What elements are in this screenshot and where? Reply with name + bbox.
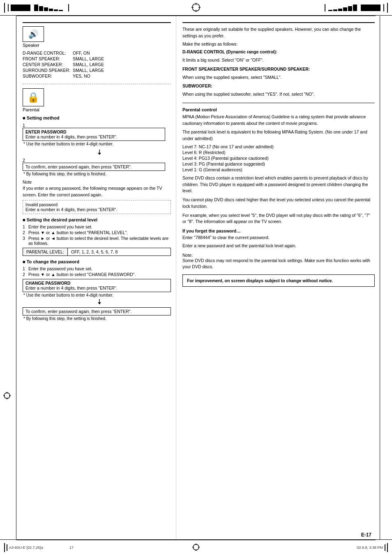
confirm-password-box: To confirm, enter password again, then p… [23,163,165,171]
forgot-password-text2: Enter a new password and set the parenta… [182,243,375,249]
speaker-label: Speaker [23,43,171,48]
desired-step-2: 2Press ▼ or ▲ button to select "PARENTAL… [23,230,171,235]
speaker-setting-name: FRONT SPEAKER: [23,56,73,62]
speaker-setting-values: SMALL, LARGE [73,62,106,67]
change-password-box-title: CHANGE PASSWORD [25,281,168,286]
mpaa-level-item: Level 3: PG (Parental guidance suggested… [182,161,375,167]
speaker-setting-row: FRONT SPEAKER:SMALL, LARGE [23,56,106,62]
speaker-settings: D-RANGE CONTROL:OFF, ONFRONT SPEAKER:SMA… [23,50,171,79]
footer-right: 02.8.8, 3:38 PM [357,543,388,552]
forgot-password-text1: Enter "788444" to clear the current pass… [182,235,375,241]
speaker-setting-row: SUBWOOFER:YES, NO [23,73,106,79]
left-margin [0,16,16,540]
right-divider [182,103,375,103]
speaker-intro-2: Make the settings as follows: [182,41,375,48]
enter-password-title: ENTER PASSWORD [25,129,162,134]
speaker-setting-name: SUBWOOFER: [23,73,73,79]
speaker-setting-name: SURROUND SPEAKER: [23,67,73,73]
arrow-down-1 [28,150,171,156]
confirm-change-box: To confirm, enter password again, then p… [23,307,171,315]
desired-step-3: 3Press ► or ◄ button to select the desir… [23,235,171,246]
parental-right-section: Parental control MPAA (Motion Picture As… [182,107,375,287]
parental-level-values: OFF, 1, 2, 3, 4, 5, 6, 7, 8 [68,248,121,256]
mpaa-level-item: Level 1: G (General audiences) [182,167,375,173]
confirm-change-text: To confirm, enter password again, then p… [25,309,131,314]
speaker-setting-row: SURROUND SPEAKER:SMALL, LARGE [23,67,106,73]
speaker-setting-row: D-RANGE CONTROL:OFF, ON [23,50,106,56]
front-speaker-title: FRONT SPEAKER/CENTER SPEAKER/SURROUND SP… [182,66,375,73]
svg-point-14 [193,544,199,550]
mpaa-list: Level 7: NC-17 (No one 17 and under admi… [182,144,375,173]
step-1-content: ENTER PASSWORD Enter a number in 4 digit… [23,128,165,146]
svg-marker-13 [98,302,101,304]
desired-level-title: Setting the desired parental level [23,217,171,222]
note-text: If you enter a wrong password, the follo… [23,185,171,198]
step-1-num: 1 [23,122,28,128]
desired-step-1: 1Enter the password you have set. [23,224,171,230]
speaker-icon: 🔊 [28,29,39,39]
note-text-bottom: Some DVD discs may not respond to the pa… [182,258,375,271]
parental-icon-box: 🔒 [23,88,44,106]
improvement-text: For improvement, on screen displays subj… [187,278,333,283]
left-column: 🔊 Speaker D-RANGE CONTROL:OFF, ONFRONT S… [16,16,176,540]
d-range-text: It limits a big sound. Select "ON" or "O… [182,57,375,64]
parental-intro: MPAA (Motion Picture Association of Amer… [182,114,375,127]
invalid-password-text: Invalid password [25,202,168,207]
note-label: Note: [182,253,375,258]
speaker-intro-1: These are originally set suitable for th… [182,26,375,39]
invalid-password-box: Invalid password Enter a number in 4 dig… [23,200,171,214]
setting-method-title: Setting method [23,115,171,120]
right-margin [380,16,392,540]
change-password-note1: Use the number buttons to enter 4-digit … [23,293,171,297]
speaker-right-section: These are originally set suitable for th… [182,26,375,98]
right-column: These are originally set suitable for th… [176,16,380,540]
d-range-title: D-RANGE CONTROL (Dynamic range control): [182,49,375,55]
improvement-box: For improvement, on screen displays subj… [182,274,375,287]
mpaa-level-item: Level 4: PG13 (Parental guidance caution… [182,155,375,161]
change-step-2: 2Press ▼ or ▲ button to select "CHANGE P… [23,272,171,277]
parental-level-label: PARENTAL LEVEL: [23,248,68,256]
top-bar-left-pattern [4,3,69,13]
parental-text3: Some DVD discs contain a restriction lev… [182,175,375,194]
step-2-num: 2 [23,157,28,163]
speaker-setting-name: D-RANGE CONTROL: [23,50,73,56]
main-content: 🔊 Speaker D-RANGE CONTROL:OFF, ONFRONT S… [16,16,380,540]
parental-level-box: PARENTAL LEVEL: OFF, 1, 2, 3, 4, 5, 6, 7… [23,248,171,256]
forgot-password-title: If you forget the password… [182,228,375,233]
step-2: 2 To confirm, enter password again, then… [23,157,171,176]
change-step-1: 1Enter the password you have set. [23,266,171,272]
top-bar-right-pattern [325,3,388,13]
speaker-icon-box: 🔊 [23,26,44,42]
subwoofer-text: When using the supplied subwoofer, selec… [182,91,375,98]
change-password-box: CHANGE PASSWORD Enter a number in 4 digi… [23,279,171,292]
note-title: Note [23,180,171,184]
parental-text4: You cannot play DVD discs rated higher t… [182,197,375,210]
arrow-down-2 [28,299,171,306]
change-password-note2: By following this step, the setting is f… [23,316,171,321]
parental-control-title: Parental control [182,107,375,112]
page-number: E-17 [361,532,371,538]
svg-point-5 [4,393,10,398]
footer-right-text: 02.8.8, 3:38 PM [357,546,383,550]
front-speaker-text: When using the supplied speakers, select… [182,74,375,81]
footer-center-crosshair [192,543,200,552]
step-2-note: By following this step, the setting is f… [23,172,165,176]
lock-icon: 🔒 [27,92,39,103]
step-1: 1 ENTER PASSWORD Enter a number in 4 dig… [23,122,171,146]
top-center-crosshair [191,3,201,13]
mpaa-level-item: Level 6: R (Restricted) [182,150,375,155]
top-bar [0,0,392,16]
enter-password-instruction: Enter a number in 4 digits, then press "… [25,134,162,139]
note-section: Note: Some DVD discs may not respond to … [182,253,375,271]
footer-page-num: 17 [69,546,74,550]
speaker-setting-row: CENTER SPEAKER:SMALL, LARGE [23,62,106,67]
speaker-setting-values: OFF, ON [73,50,106,56]
subwoofer-title: SUBWOOFER: [182,83,375,90]
change-password-steps: 1Enter the password you have set. 2Press… [23,266,171,277]
parental-text5: For example, when you select level "5", … [182,212,375,226]
svg-marker-11 [98,153,101,155]
page-body: 🔊 Speaker D-RANGE CONTROL:OFF, ONFRONT S… [0,16,392,540]
change-password-box-instruction: Enter a number in 4 digits, then press "… [25,286,168,290]
forgot-password-section: If you forget the password… Enter "78844… [182,228,375,249]
invalid-password-instruction: Enter a number in 4 digits, then press "… [25,207,168,212]
